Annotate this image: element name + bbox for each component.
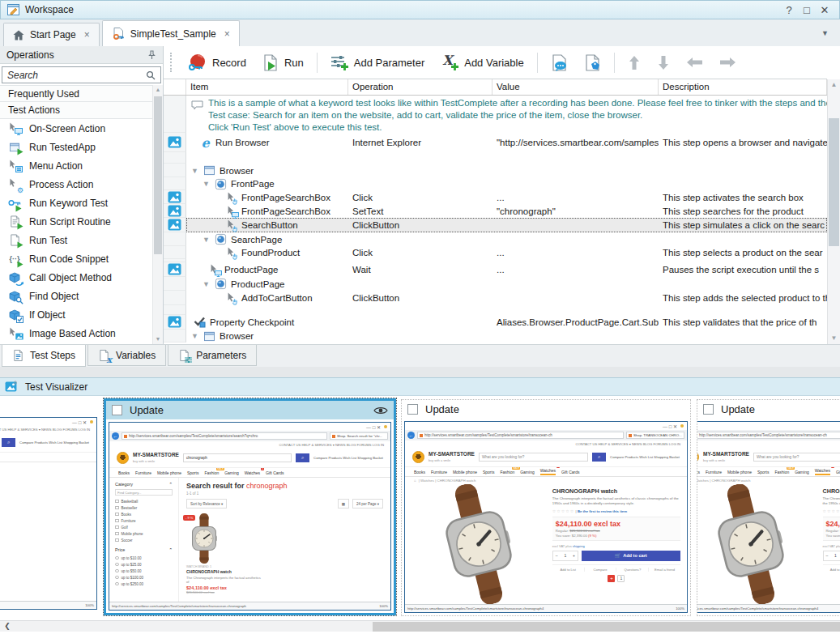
test-step-row[interactable]: FrontPageSearchBox Click ... This step a… — [164, 190, 827, 204]
test-step-row[interactable]: ▼Browser — [164, 164, 827, 177]
sidebar-item-image-based-action[interactable]: Image Based Action — [0, 324, 152, 343]
move-right-button[interactable] — [714, 54, 742, 70]
move-left-button[interactable] — [680, 54, 709, 70]
screenshot-icon[interactable] — [168, 219, 181, 231]
test-visualizer-header[interactable]: Test Visualizer — [0, 377, 840, 396]
tab-simpletest-sample[interactable]: SimpleTest_Sample × — [102, 20, 240, 46]
scrollbar-thumb[interactable] — [154, 96, 162, 254]
visualizer-thumbnail-productpage-2[interactable]: Update — □ ✕ ← http://services.smartbear… — [697, 400, 840, 615]
row-gutter-cell — [164, 291, 186, 305]
help-button[interactable]: ? — [781, 4, 797, 16]
add-parameter-button[interactable]: Add Parameter — [325, 52, 430, 73]
click-action-icon — [224, 219, 238, 232]
operations-search-input[interactable]: Search — [2, 66, 161, 83]
sidebar-item-find-object[interactable]: Find Object — [0, 287, 152, 305]
sidebar-item-menu-action[interactable]: Menu Action — [0, 156, 152, 175]
update-checkbox[interactable] — [112, 405, 122, 415]
column-item[interactable]: Item — [186, 79, 348, 95]
sidebar-item-call-object-method[interactable]: Call Object Method — [0, 268, 152, 287]
sidebar-item-run-keyword-test[interactable]: Run Keyword Test — [0, 194, 152, 212]
eye-icon[interactable] — [373, 406, 388, 415]
test-step-row[interactable]: ProductPage Wait ... Pauses the script e… — [164, 262, 827, 277]
comment-row[interactable]: This is a sample of what a keyword test … — [164, 96, 827, 133]
column-description[interactable]: Description — [659, 79, 827, 95]
chevron-down-icon[interactable]: ▼ — [190, 332, 199, 340]
chevron-down-icon[interactable]: ▼ — [202, 236, 211, 244]
test-step-row[interactable]: AddToCartButton ClickButton This step ad… — [164, 291, 827, 305]
maximize-button[interactable]: □ — [799, 4, 815, 16]
add-label-button[interactable] — [578, 52, 607, 74]
run-button[interactable]: Run — [257, 52, 309, 74]
test-step-row[interactable]: ▼ProductPage — [164, 277, 827, 291]
row-gutter-cell — [164, 315, 186, 330]
mini-window-controls: — □ ✕ — [72, 419, 87, 425]
tab-close-icon[interactable]: × — [224, 28, 230, 40]
visualizer-thumbnail-searchresults[interactable]: Update — □ ✕ ← http://services.smartbear… — [104, 398, 396, 615]
scrollbar-thumb[interactable] — [829, 118, 839, 246]
operations-panel-header: Operations — [0, 46, 163, 64]
sidebar-item-run-code-snippet[interactable]: {··} Run Code Snippet — [0, 249, 152, 268]
mini-window-controls: — □ ✕ — [366, 424, 381, 430]
grid-vertical-scrollbar[interactable]: ▲ ▼ — [827, 79, 840, 344]
group-frequently-used[interactable]: Frequently Used — [0, 85, 152, 102]
group-test-actions[interactable]: Test Actions — [0, 102, 152, 119]
arrow-right-icon — [719, 57, 736, 68]
screenshot-icon[interactable] — [168, 263, 181, 275]
chevron-down-icon[interactable]: ▼ — [190, 167, 199, 175]
chevron-down-icon[interactable]: ▼ — [202, 180, 211, 188]
scroll-down-icon[interactable]: ▼ — [153, 334, 163, 344]
tab-start-page[interactable]: Start Page × — [3, 23, 100, 46]
toolbar-grip[interactable] — [170, 53, 173, 72]
test-step-row[interactable]: FoundProduct Click ... This step selects… — [164, 246, 827, 259]
column-operation[interactable]: Operation — [348, 79, 492, 95]
step-item: Property Checkpoint — [210, 317, 294, 327]
mini-breadcrumb: ⌂ | Watches | CHRONOGRAPH watch — [697, 477, 840, 484]
sidebar-item-if-object[interactable]: If Object — [0, 305, 152, 324]
move-up-button[interactable] — [622, 53, 646, 73]
update-checkbox[interactable] — [407, 404, 418, 415]
scroll-left-icon[interactable]: ❮ — [2, 621, 13, 632]
add-variable-button[interactable]: X Add Variable — [435, 52, 529, 73]
sidebar-item-process-action[interactable]: ⚙ Process Action — [0, 175, 152, 194]
tab-close-icon[interactable]: × — [84, 29, 90, 40]
pin-icon[interactable] — [147, 50, 156, 60]
visualizer-thumbnail-productpage[interactable]: Update — □ ✕ ← http://services.smartbear… — [402, 400, 690, 615]
item-label: Run TestedApp — [29, 142, 96, 153]
sidebar-item-on-screen-action[interactable]: On-Screen Action — [0, 119, 152, 138]
tab-parameters[interactable]: Parameters — [168, 345, 257, 366]
test-step-row[interactable]: FrontPageSearchBox SetText "chronograph"… — [164, 204, 827, 218]
column-value[interactable]: Value — [492, 79, 659, 95]
record-button[interactable]: Record — [181, 51, 252, 74]
tab-test-steps[interactable]: Test Steps — [2, 345, 86, 367]
mini-topbar-links: CONTACT US HELP & SERVICES ▾ NEWS BLOG F… — [279, 443, 384, 447]
update-checkbox[interactable] — [703, 404, 714, 415]
scroll-up-icon[interactable]: ▲ — [828, 79, 840, 91]
sidebar-item-run-testedapp[interactable]: Run TestedApp — [0, 138, 152, 156]
move-down-button[interactable] — [651, 53, 676, 73]
sidebar-item-run-script-routine[interactable]: Run Script Routine — [0, 212, 152, 231]
horizontal-splitter[interactable] — [0, 367, 840, 377]
visualizer-horizontal-scrollbar[interactable]: ❮ — [0, 620, 840, 632]
close-button[interactable]: ✕ — [817, 4, 833, 16]
sidebar-item-run-test[interactable]: Run Test — [0, 231, 152, 249]
chevron-down-icon[interactable]: ▼ — [202, 280, 211, 288]
tab-variables[interactable]: x Variables — [87, 345, 166, 366]
operations-scrollbar[interactable]: ▲ ▼ — [152, 85, 163, 344]
test-step-row-selected[interactable]: SearchButton ClickButton This step simul… — [164, 218, 827, 232]
screenshot-icon[interactable] — [168, 205, 181, 217]
grid-header: Item Operation Value Description — [164, 79, 827, 96]
screenshot-icon[interactable] — [168, 191, 181, 203]
test-step-row[interactable]: Property Checkpoint Aliases.Browser.Prod… — [164, 315, 827, 330]
add-comment-button[interactable] — [545, 52, 574, 74]
visualizer-thumbnail-frontpage[interactable]: — □ ✕ CONTACT US HELP & SERVICES ▾ NEWS … — [0, 417, 99, 613]
scrollbar-thumb[interactable] — [373, 622, 840, 632]
tab-list-dropdown-icon[interactable]: ▼ — [821, 29, 829, 37]
screenshot-icon[interactable] — [168, 136, 181, 148]
screenshot-icon[interactable] — [168, 316, 181, 328]
test-step-row[interactable]: ▼SearchPage — [164, 232, 827, 246]
test-step-row[interactable]: eRun Browser Internet Explorer "http://s… — [164, 133, 827, 152]
scroll-up-icon[interactable]: ▲ — [153, 85, 163, 95]
test-step-row[interactable]: ▼FrontPage — [164, 177, 827, 190]
test-step-row[interactable]: ▼Browser — [164, 330, 827, 343]
scroll-down-icon[interactable]: ▼ — [828, 333, 840, 344]
